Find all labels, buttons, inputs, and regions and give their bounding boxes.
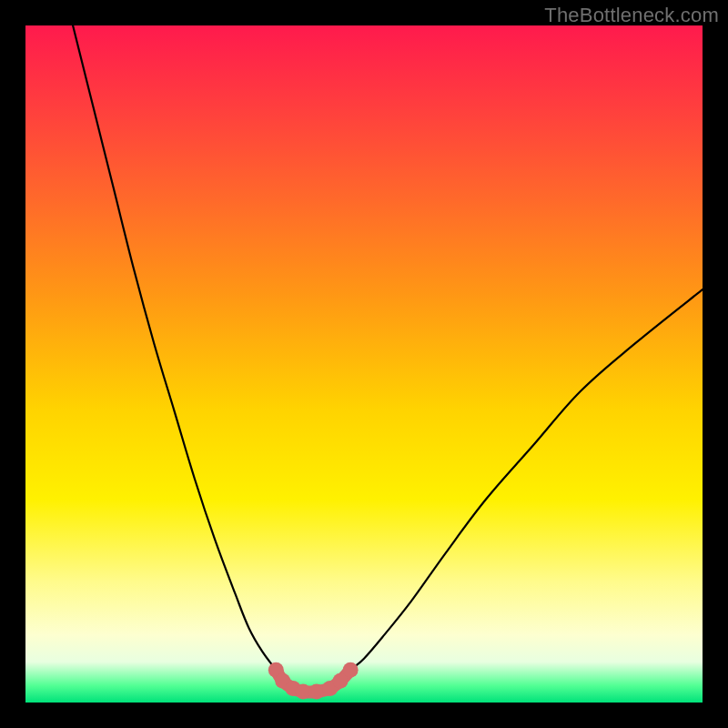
trough-marker-dot — [296, 684, 311, 700]
chart-svg — [25, 25, 703, 703]
plot-area — [25, 25, 703, 703]
watermark-text: TheBottleneck.com — [544, 4, 719, 27]
trough-marker-dot — [308, 684, 324, 700]
bottleneck-curve — [73, 25, 703, 693]
chart-frame: TheBottleneck.com — [0, 0, 728, 728]
trough-marker-dot — [343, 662, 359, 678]
